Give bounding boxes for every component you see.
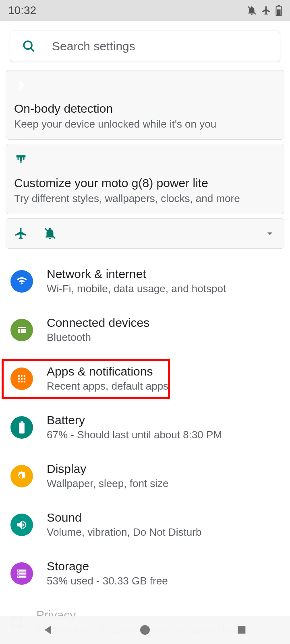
suggestion-subtitle: Try different styles, wallpapers, clocks…: [14, 192, 276, 205]
suggestion-title: On-body detection: [14, 102, 276, 116]
item-sound[interactable]: Sound Volume, vibration, Do Not Disturb: [7, 500, 283, 549]
svg-rect-24: [238, 626, 246, 634]
svg-point-5: [19, 81, 21, 83]
item-subtitle: Wi-Fi, mobile, data usage, and hotspot: [47, 283, 226, 295]
suggestion-subtitle: Keep your device unlocked while it's on …: [14, 118, 276, 130]
svg-point-20: [18, 570, 19, 571]
brush-icon: [14, 153, 276, 169]
suggestion-onbody[interactable]: On-body detection Keep your device unloc…: [6, 70, 284, 140]
battery-icon: [276, 5, 282, 16]
svg-point-23: [140, 625, 150, 635]
conditions-bar[interactable]: [6, 218, 284, 249]
apps-icon: [10, 367, 33, 390]
status-icons: [246, 5, 282, 16]
item-subtitle: 53% used - 30.33 GB free: [47, 575, 168, 587]
dnd-icon: [43, 227, 57, 240]
wifi-icon: [10, 270, 33, 293]
item-storage[interactable]: Storage 53% used - 30.33 GB free: [7, 549, 283, 598]
svg-point-14: [24, 380, 26, 382]
suggestion-customize[interactable]: Customize your moto g(8) power lite Try …: [6, 144, 284, 214]
settings-list: Network & internet Wi-Fi, mobile, data u…: [4, 257, 286, 644]
item-display[interactable]: Display Wallpaper, sleep, font size: [7, 452, 283, 500]
item-title: Storage: [47, 559, 168, 573]
item-title: Display: [47, 462, 169, 476]
battery-icon-circle: [10, 416, 33, 439]
search-placeholder: Search settings: [52, 39, 135, 53]
svg-point-3: [24, 41, 32, 49]
item-network[interactable]: Network & internet Wi-Fi, mobile, data u…: [7, 257, 283, 305]
item-title: Network & internet: [47, 267, 226, 281]
item-subtitle: Volume, vibration, Do Not Disturb: [47, 526, 201, 539]
item-subtitle: Wallpaper, sleep, font size: [47, 477, 169, 490]
brightness-icon: [10, 465, 33, 487]
item-title: Battery: [47, 413, 222, 427]
item-apps[interactable]: Apps & notifications Recent apps, defaul…: [7, 354, 283, 403]
item-title: Apps & notifications: [47, 365, 168, 378]
walk-icon: [14, 78, 276, 95]
svg-point-22: [18, 576, 19, 577]
item-subtitle: 67% - Should last until about 8:30 PM: [47, 429, 222, 441]
svg-line-4: [31, 48, 34, 52]
svg-point-12: [18, 380, 20, 382]
status-bar: 10:32: [0, 0, 290, 21]
svg-point-11: [24, 378, 26, 380]
chevron-down-icon[interactable]: [264, 227, 276, 239]
search-settings[interactable]: Search settings: [10, 31, 280, 62]
storage-icon: [10, 562, 33, 585]
sound-icon: [10, 514, 33, 536]
item-subtitle: Recent apps, default apps: [47, 380, 168, 392]
svg-rect-15: [21, 421, 23, 423]
nav-bar: [0, 616, 290, 644]
svg-point-21: [18, 573, 19, 574]
dnd-off-icon: [246, 5, 257, 16]
svg-point-7: [21, 375, 23, 377]
status-time: 10:32: [8, 4, 36, 17]
svg-point-9: [18, 378, 20, 380]
item-title: Connected devices: [47, 316, 149, 330]
svg-rect-2: [277, 9, 280, 15]
item-connected[interactable]: Connected devices Bluetooth: [7, 305, 283, 354]
suggestion-title: Customize your moto g(8) power lite: [14, 176, 276, 190]
airplane-mode-icon: [14, 227, 28, 240]
item-battery[interactable]: Battery 67% - Should last until about 8:…: [7, 403, 283, 452]
nav-back[interactable]: [40, 622, 56, 638]
nav-recent[interactable]: [234, 622, 250, 638]
airplane-icon: [261, 5, 271, 16]
item-subtitle: Bluetooth: [47, 331, 149, 344]
svg-point-13: [21, 380, 23, 382]
svg-rect-16: [19, 422, 25, 433]
search-icon: [22, 39, 36, 53]
nav-home[interactable]: [137, 622, 153, 638]
svg-point-6: [18, 375, 20, 377]
svg-rect-1: [278, 5, 280, 6]
item-title: Sound: [47, 511, 201, 524]
devices-icon: [10, 319, 33, 341]
svg-point-10: [21, 378, 23, 380]
svg-point-8: [24, 375, 26, 377]
